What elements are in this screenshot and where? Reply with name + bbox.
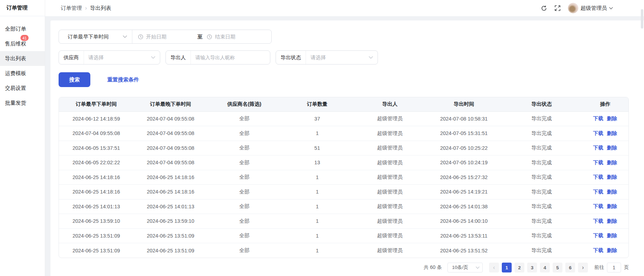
delete-link[interactable]: 删除 <box>607 233 617 238</box>
cell-exporter: 超级管理员 <box>353 141 426 155</box>
cell-status: 导出完成 <box>501 243 582 258</box>
cell-exporter: 超级管理员 <box>353 185 426 200</box>
page-button-3[interactable]: 3 <box>527 263 537 272</box>
cell-exporter: 超级管理员 <box>353 228 426 243</box>
exporter-input[interactable] <box>191 55 270 60</box>
time-type-select[interactable]: 订单最早下单时间 <box>59 30 132 43</box>
cell-latest: 2024-06-25 13:59:10 <box>133 214 207 229</box>
page-buttons: 123456 <box>502 263 575 272</box>
download-link[interactable]: 下载 <box>593 160 603 165</box>
next-page-button[interactable]: › <box>578 263 588 272</box>
filter-row: 供应商 请选择 导出人 导出状态 请选择 <box>59 50 629 65</box>
date-range-filter: 订单最早下单时间 开始日期 至 结束日期 <box>59 30 272 44</box>
cell-count: 1 <box>281 228 353 243</box>
download-link[interactable]: 下载 <box>593 218 603 224</box>
goto-suffix: 页 <box>624 264 629 271</box>
delete-link[interactable]: 删除 <box>607 189 617 195</box>
table-row: 2024-06-25 13:51:092024-06-25 13:51:09全部… <box>59 228 628 243</box>
page-button-1[interactable]: 1 <box>502 263 512 272</box>
prev-page-button[interactable]: ‹ <box>489 263 499 272</box>
export-status-label: 导出状态 <box>276 51 306 64</box>
sidebar-item-label: 交易设置 <box>5 85 26 92</box>
sidebar-item-4[interactable]: 交易设置 <box>0 81 45 96</box>
supplier-select[interactable]: 请选择 <box>84 54 160 61</box>
cell-export_time: 2024-06-25 14:19:21 <box>426 185 501 200</box>
cell-earliest: 2024-06-25 14:01:13 <box>59 199 133 214</box>
export-status-select[interactable]: 请选择 <box>306 54 378 61</box>
cell-actions: 下载删除 <box>582 170 628 185</box>
cell-count: 13 <box>281 155 353 170</box>
sidebar-item-1[interactable]: 售后维权41 <box>0 36 45 51</box>
page-button-6[interactable]: 6 <box>565 263 575 272</box>
avatar[interactable] <box>568 3 578 13</box>
delete-link[interactable]: 删除 <box>607 160 617 165</box>
cell-status: 导出完成 <box>501 199 582 214</box>
main: 订单管理 › 导出列表 超级管理员 <box>45 0 644 276</box>
end-date-input[interactable]: 结束日期 <box>207 33 266 40</box>
column-header: 订单最晚下单时间 <box>133 97 207 111</box>
start-date-input[interactable]: 开始日期 <box>138 33 197 40</box>
page-button-4[interactable]: 4 <box>540 263 550 272</box>
chevron-down-icon <box>123 35 127 38</box>
delete-link[interactable]: 删除 <box>607 203 617 209</box>
supplier-filter: 供应商 请选择 <box>59 50 160 65</box>
cell-actions: 下载删除 <box>582 126 628 141</box>
delete-link[interactable]: 删除 <box>607 116 617 121</box>
cell-earliest: 2024-06-25 14:18:16 <box>59 185 133 200</box>
export-table: 订单最早下单时间订单最晚下单时间供应商名(筛选)订单数量导出人导出时间导出状态操… <box>59 97 629 258</box>
download-link[interactable]: 下载 <box>593 130 603 136</box>
start-date-placeholder: 开始日期 <box>146 33 167 40</box>
download-link[interactable]: 下载 <box>593 233 603 238</box>
search-button[interactable]: 搜索 <box>59 72 90 87</box>
actions-row: 搜索 重置搜索条件 <box>59 72 629 87</box>
cell-earliest: 2024-06-25 13:51:09 <box>59 243 133 258</box>
cell-earliest: 2024-06-25 14:18:16 <box>59 170 133 185</box>
delete-link[interactable]: 删除 <box>607 145 617 151</box>
column-header: 导出时间 <box>426 97 501 111</box>
cell-status: 导出完成 <box>501 111 582 126</box>
goto-label: 前往 <box>594 264 604 271</box>
download-link[interactable]: 下载 <box>593 174 603 180</box>
table-row: 2024-06-25 14:18:162024-06-25 14:18:16全部… <box>59 185 628 200</box>
delete-link[interactable]: 删除 <box>607 174 617 180</box>
breadcrumb-item-order-management[interactable]: 订单管理 <box>61 5 82 12</box>
delete-link[interactable]: 删除 <box>607 130 617 136</box>
delete-link[interactable]: 删除 <box>607 247 617 253</box>
sidebar-item-3[interactable]: 运费模板 <box>0 66 45 81</box>
cell-actions: 下载删除 <box>582 111 628 126</box>
column-header: 导出人 <box>353 97 426 111</box>
table-row: 2024-06-25 13:51:092024-06-25 13:51:09全部… <box>59 243 628 258</box>
cell-count: 37 <box>281 111 353 126</box>
reset-filters-link[interactable]: 重置搜索条件 <box>107 76 139 83</box>
page-button-2[interactable]: 2 <box>514 263 524 272</box>
download-link[interactable]: 下载 <box>593 145 603 151</box>
date-range-fields: 开始日期 至 结束日期 <box>132 33 271 40</box>
delete-link[interactable]: 删除 <box>607 218 617 224</box>
download-link[interactable]: 下载 <box>593 247 603 253</box>
cell-export_time: 2024-06-25 14:01:38 <box>426 199 501 214</box>
sidebar-item-0[interactable]: 全部订单 <box>0 22 45 36</box>
fullscreen-icon[interactable] <box>554 5 561 12</box>
sidebar-item-label: 导出列表 <box>5 55 26 62</box>
table-row: 2024-07-04 09:55:082024-07-04 09:55:08全部… <box>59 126 628 141</box>
sidebar-nav: 全部订单售后维权41导出列表运费模板交易设置批量发货 <box>0 16 45 110</box>
chevron-down-icon <box>609 7 613 10</box>
sidebar-item-2[interactable]: 导出列表 <box>0 51 45 66</box>
download-link[interactable]: 下载 <box>593 203 603 209</box>
scrollbar-thumb[interactable] <box>641 9 643 29</box>
sidebar-item-label: 运费模板 <box>5 70 26 77</box>
page-size-select[interactable]: 10条/页 <box>447 263 483 272</box>
cell-earliest: 2024-07-04 09:55:08 <box>59 126 133 141</box>
download-link[interactable]: 下载 <box>593 116 603 121</box>
table-row: 2024-06-25 14:01:132024-06-25 14:01:13全部… <box>59 199 628 214</box>
column-header: 操作 <box>582 97 628 111</box>
goto-page-input[interactable] <box>607 263 621 272</box>
download-link[interactable]: 下载 <box>593 189 603 195</box>
sidebar-item-5[interactable]: 批量发货 <box>0 96 45 110</box>
cell-status: 导出完成 <box>501 155 582 170</box>
cell-export_time: 2024-06-25 15:27:32 <box>426 170 501 185</box>
table-header-row: 订单最早下单时间订单最晚下单时间供应商名(筛选)订单数量导出人导出时间导出状态操… <box>59 97 628 111</box>
user-menu[interactable]: 超级管理员 <box>568 3 613 13</box>
page-button-5[interactable]: 5 <box>553 263 562 272</box>
refresh-icon[interactable] <box>540 5 547 12</box>
